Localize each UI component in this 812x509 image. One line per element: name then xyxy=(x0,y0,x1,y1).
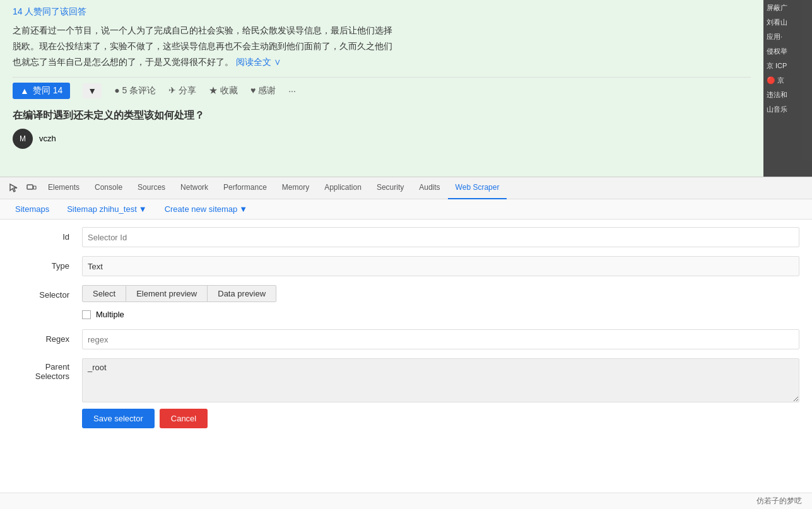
sidebar-item-4[interactable]: 侵权举 xyxy=(767,47,809,56)
selector-label: Selector xyxy=(13,285,82,300)
like-count: 14 人赞同了该回答 xyxy=(13,6,751,18)
tab-application[interactable]: Application xyxy=(317,177,369,199)
tab-security[interactable]: Security xyxy=(369,177,411,199)
footer-bar: 仿若子的梦呓 xyxy=(0,493,812,509)
webpage-area: 14 人赞同了该回答 之前还看过一个节目，说一个人为了完成自己的社会实验，给民众… xyxy=(0,0,812,177)
read-more-link[interactable]: 阅读全文 ∨ xyxy=(236,57,281,67)
sidebar-item-6[interactable]: 🔴 京 xyxy=(767,76,809,85)
vote-down-icon: ▼ xyxy=(88,86,97,96)
author-row: M vczh xyxy=(13,129,751,149)
avatar: M xyxy=(13,129,33,149)
comment-button[interactable]: ● 5 条评论 xyxy=(114,85,156,97)
action-bar: ▲ 赞同 14 ▼ ● 5 条评论 ✈ 分享 ★ 收藏 ♥ 感谢 ··· xyxy=(13,77,751,104)
vote-down-button[interactable]: ▼ xyxy=(83,83,102,98)
multiple-label: Multiple xyxy=(96,310,124,319)
devtools-panel: Elements Console Sources Network Perform… xyxy=(0,177,812,509)
id-label: Id xyxy=(13,227,82,242)
inspect-icon[interactable] xyxy=(5,179,23,197)
vote-label: 赞同 14 xyxy=(33,85,62,97)
share-button[interactable]: ✈ 分享 xyxy=(168,85,196,97)
selector-row: Selector Select Element preview Data pre… xyxy=(13,285,799,323)
regex-input[interactable] xyxy=(82,329,799,349)
content-block: 14 人赞同了该回答 之前还看过一个节目，说一个人为了完成自己的社会实验，给民众… xyxy=(0,0,763,177)
chevron-down-icon: ▼ xyxy=(139,204,147,214)
tab-list: Elements Console Sources Network Perform… xyxy=(40,177,807,199)
create-new-sitemap-dropdown[interactable]: Create new sitemap ▼ xyxy=(160,202,253,216)
tab-audits[interactable]: Audits xyxy=(411,177,447,199)
tab-performance[interactable]: Performance xyxy=(216,177,274,199)
more-button[interactable]: ··· xyxy=(288,86,296,96)
tab-network[interactable]: Network xyxy=(173,177,216,199)
sidebar-item-1[interactable]: 屏蔽广 xyxy=(767,3,809,13)
svg-rect-0 xyxy=(27,185,33,189)
id-row: Id xyxy=(13,227,799,250)
tab-memory[interactable]: Memory xyxy=(274,177,317,199)
save-selector-button[interactable]: Save selector xyxy=(82,409,155,428)
svg-rect-1 xyxy=(33,186,36,189)
vote-up-button[interactable]: ▲ 赞同 14 xyxy=(13,83,70,99)
multiple-checkbox[interactable] xyxy=(82,310,91,319)
sitemaps-bar: Sitemaps Sitemap zhihu_test ▼ Create new… xyxy=(0,199,812,219)
tab-web-scraper[interactable]: Web Scraper xyxy=(448,177,507,199)
sidebar-item-2[interactable]: 刘看山 xyxy=(767,18,809,27)
parent-selectors-input[interactable]: _root xyxy=(82,358,799,402)
author-name: vczh xyxy=(39,134,56,143)
collect-button[interactable]: ★ 收藏 xyxy=(209,85,238,97)
sitemap-name-dropdown[interactable]: Sitemap zhihu_test ▼ xyxy=(62,202,151,216)
right-sidebar: 屏蔽广 刘看山 应用· 侵权举 京 ICP 🔴 京 违法和 山音乐 xyxy=(763,0,812,177)
sidebar-item-5[interactable]: 京 ICP xyxy=(767,61,809,71)
parent-selectors-row: ParentSelectors _root xyxy=(13,358,799,402)
chevron-down-icon-2: ▼ xyxy=(239,204,247,214)
select-button[interactable]: Select xyxy=(82,285,126,302)
tab-console[interactable]: Console xyxy=(87,177,130,199)
selector-buttons: Select Element preview Data preview xyxy=(82,285,799,302)
thanks-button[interactable]: ♥ 感谢 xyxy=(250,85,276,97)
article-content: 之前还看过一个节目，说一个人为了完成自己的社会实验，给民众散发误导信息，最后让他… xyxy=(13,23,751,71)
devtools-toolbar: Elements Console Sources Network Perform… xyxy=(0,177,812,199)
sidebar-item-7[interactable]: 违法和 xyxy=(767,90,809,100)
element-preview-button[interactable]: Element preview xyxy=(126,285,208,302)
type-label: Type xyxy=(13,256,82,271)
footer-text: 仿若子的梦呓 xyxy=(756,496,802,505)
question-title: 在编译时遇到还未定义的类型该如何处理？ xyxy=(13,109,751,122)
regex-row: Regex xyxy=(13,329,799,352)
device-toggle-icon[interactable] xyxy=(23,179,40,197)
sidebar-item-3[interactable]: 应用· xyxy=(767,32,809,42)
vote-up-icon: ▲ xyxy=(20,86,29,96)
id-input[interactable] xyxy=(82,227,799,247)
tab-elements[interactable]: Elements xyxy=(40,177,87,199)
parent-selectors-label: ParentSelectors xyxy=(13,358,82,381)
sitemaps-link[interactable]: Sitemaps xyxy=(10,202,54,216)
action-buttons-row: Save selector Cancel xyxy=(13,409,799,431)
type-input[interactable] xyxy=(82,256,799,276)
form-area: Id Type Selector Select Element preview … xyxy=(0,219,812,445)
regex-label: Regex xyxy=(13,329,82,344)
data-preview-button[interactable]: Data preview xyxy=(208,285,276,302)
multiple-row: Multiple xyxy=(82,306,799,323)
cancel-button[interactable]: Cancel xyxy=(160,409,208,428)
type-row: Type xyxy=(13,256,799,279)
sidebar-item-8[interactable]: 山音乐 xyxy=(767,105,809,114)
tab-sources[interactable]: Sources xyxy=(130,177,173,199)
